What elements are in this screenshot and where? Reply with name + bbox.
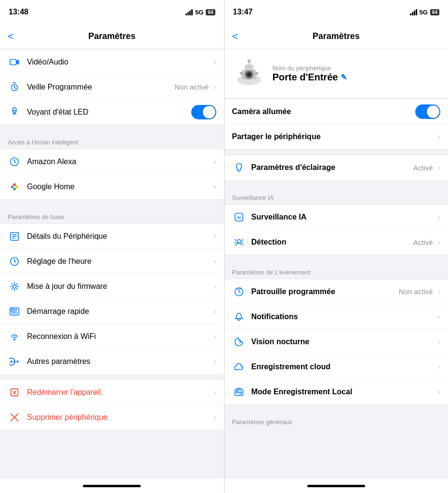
camera-group: Caméra allumée Partager le périphérique …	[224, 99, 448, 150]
event-group: Patrouille programmée Non activé › Notif…	[224, 279, 448, 405]
notifications-chevron: ›	[438, 312, 440, 321]
delete-label: Supprimer périphérique	[27, 413, 211, 422]
ai-icon: AI	[232, 210, 246, 224]
share-label: Partager le périphérique	[232, 132, 436, 141]
ai-item[interactable]: AI Surveillance IA ›	[224, 205, 448, 230]
veille-item[interactable]: Veille Programmée Non activé ›	[0, 75, 224, 100]
restart-icon	[8, 386, 21, 399]
cloud-chevron: ›	[438, 363, 440, 371]
svg-point-7	[15, 185, 18, 188]
veille-value: Non activé	[174, 83, 209, 91]
notifications-label: Notifications	[251, 312, 436, 321]
device-details-label: Détails du Périphérique	[27, 232, 211, 241]
google-item[interactable]: Google Home ›	[0, 174, 224, 199]
notifications-item[interactable]: Notifications ›	[224, 304, 448, 329]
share-item[interactable]: Partager le périphérique ›	[224, 124, 448, 149]
svg-text:AI: AI	[237, 215, 240, 220]
right-time: 13:47	[233, 8, 253, 16]
time-label: Réglage de l'heure	[27, 257, 211, 266]
patrol-icon	[232, 285, 246, 298]
lighting-item[interactable]: Paramètres d'éclairage Activé ›	[224, 155, 448, 180]
right-nav-bar: < Paramètres	[224, 24, 448, 49]
led-label: Voyant d'état LED	[27, 108, 191, 117]
time-item[interactable]: Réglage de l'heure ›	[0, 249, 224, 274]
google-icon	[8, 180, 21, 194]
edit-icon[interactable]: ✎	[341, 73, 347, 82]
restart-label: Redémarrer l'appareil.	[27, 388, 211, 397]
left-panel: 13:48 5G 64 < Paramètres	[0, 0, 224, 493]
restart-item[interactable]: Redémarrer l'appareil. ›	[0, 380, 224, 405]
cloud-label: Enregistrement cloud	[251, 363, 436, 371]
lighting-label: Paramètres d'éclairage	[251, 163, 413, 172]
nightvision-label: Vision nocturne	[251, 337, 436, 346]
svg-marker-1	[16, 59, 19, 65]
local-item[interactable]: Mode Enregistrement Local ›	[224, 379, 448, 404]
google-chevron: ›	[213, 182, 216, 191]
alexa-item[interactable]: Amazon Alexa ›	[0, 149, 224, 174]
delete-item[interactable]: Supprimer périphérique ›	[0, 405, 224, 430]
left-page-title: Paramètres	[88, 31, 135, 41]
battery-badge: 64	[206, 9, 215, 15]
lighting-chevron: ›	[438, 163, 440, 172]
quickstart-item[interactable]: Démarrage rapide ›	[0, 299, 224, 324]
timer-icon	[8, 80, 21, 94]
other-chevron: ›	[213, 357, 216, 366]
led-item[interactable]: Voyant d'état LED	[0, 100, 224, 125]
device-name: Porte d'Entrée ✎	[273, 72, 441, 83]
left-nav-bar: < Paramètres	[0, 24, 224, 49]
smart-section-header: Accès à l'écran intelligent	[0, 130, 224, 149]
ai-section-header: Surveillance IA	[224, 185, 448, 204]
svg-point-40	[237, 240, 240, 243]
left-back-button[interactable]: <	[8, 30, 14, 43]
lighting-group: Paramètres d'éclairage Activé ›	[224, 155, 448, 181]
svg-point-35	[247, 59, 250, 63]
wifi-item[interactable]: Reconnexion à WiFi ›	[0, 324, 224, 349]
right-back-button[interactable]: <	[232, 30, 238, 43]
detection-item[interactable]: Détection Activé ›	[224, 230, 448, 255]
cloud-item[interactable]: Enregistrement cloud ›	[224, 354, 448, 379]
patrol-label: Patrouille programmée	[251, 287, 399, 296]
right-home-indicator	[224, 479, 448, 493]
delete-icon	[8, 411, 21, 424]
right-status-bar: 13:47 5G 64	[224, 0, 448, 24]
nightvision-chevron: ›	[438, 337, 440, 346]
firmware-icon	[8, 280, 21, 293]
quickstart-label: Démarrage rapide	[27, 307, 211, 316]
other-item[interactable]: Autres paramètres ›	[0, 349, 224, 374]
right-status-icons: 5G 64	[410, 9, 439, 16]
device-details-item[interactable]: Détails du Périphérique ›	[0, 224, 224, 249]
network-label: 5G	[195, 9, 203, 16]
alexa-chevron: ›	[213, 157, 216, 166]
general-section-header: Paramètres généraux	[224, 410, 448, 428]
camera-on-item[interactable]: Caméra allumée	[224, 99, 448, 124]
signal-icon	[185, 9, 193, 15]
video-audio-item[interactable]: Vidéo/Audio ›	[0, 50, 224, 75]
dots-icon	[8, 355, 21, 368]
patrol-item[interactable]: Patrouille programmée Non activé ›	[224, 279, 448, 304]
basic-group: Détails du Périphérique › Réglage de l'h…	[0, 223, 224, 375]
lightbulb-icon	[232, 161, 246, 174]
alexa-label: Amazon Alexa	[27, 157, 211, 166]
google-label: Google Home	[27, 182, 211, 191]
firmware-chevron: ›	[213, 282, 216, 291]
svg-point-45	[239, 392, 241, 394]
nightvision-item[interactable]: Vision nocturne ›	[224, 329, 448, 354]
camera-on-label: Caméra allumée	[232, 107, 416, 116]
wifi-chevron: ›	[213, 332, 216, 341]
basic-section-header: Paramètres de base	[0, 205, 224, 223]
quickstart-icon	[8, 305, 21, 318]
ai-label: Surveillance IA	[251, 213, 436, 221]
left-scroll-area: Vidéo/Audio › Veille Programmée Non acti…	[0, 49, 224, 479]
ai-group: AI Surveillance IA › Détection Activé ›	[224, 204, 448, 255]
nightvision-icon	[232, 335, 246, 349]
svg-point-20	[14, 339, 15, 340]
veille-label: Veille Programmée	[27, 83, 174, 91]
svg-point-5	[11, 185, 14, 188]
camera-toggle[interactable]	[415, 104, 440, 119]
local-label: Mode Enregistrement Local	[251, 388, 436, 396]
local-icon	[232, 385, 246, 399]
right-signal-icon	[410, 9, 417, 15]
left-status-bar: 13:48 5G 64	[0, 0, 224, 24]
led-toggle[interactable]	[191, 105, 216, 119]
firmware-item[interactable]: Mise à jour du firmware ›	[0, 274, 224, 299]
